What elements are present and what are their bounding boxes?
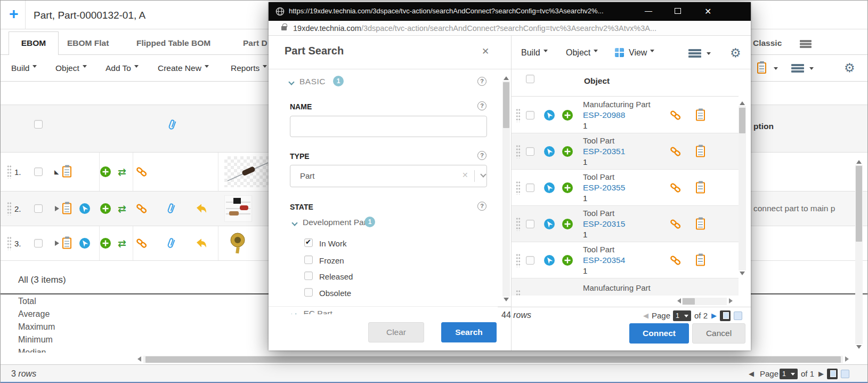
- page-mode-full-icon[interactable]: [827, 369, 838, 379]
- add-icon[interactable]: [562, 219, 573, 229]
- tab-flipped-table-bom[interactable]: Flipped Table BOM: [136, 38, 210, 48]
- results-hscroll-right-arrow[interactable]: [729, 298, 735, 304]
- menu-icon[interactable]: [800, 40, 812, 42]
- menu-icon[interactable]: [791, 64, 804, 66]
- vscroll-up-arrow[interactable]: [856, 157, 862, 164]
- close-button[interactable]: ✕: [704, 6, 711, 17]
- classic-link[interactable]: Classic: [753, 38, 782, 48]
- checkbox-frozen[interactable]: [304, 256, 313, 264]
- navigate-icon[interactable]: [544, 182, 555, 193]
- name-input[interactable]: [290, 116, 487, 137]
- form-scroll-track[interactable]: [502, 81, 510, 297]
- results-scroll-thumb[interactable]: [739, 108, 745, 133]
- drag-handle[interactable]: [516, 290, 521, 296]
- drag-handle[interactable]: [7, 236, 12, 250]
- hscroll-right-arrow[interactable]: [845, 356, 851, 362]
- form-scroll-thumb[interactable]: [503, 82, 509, 128]
- add-icon[interactable]: [100, 203, 111, 214]
- menu-reports[interactable]: Reports: [231, 63, 267, 73]
- results-page-select[interactable]: 1: [673, 310, 691, 321]
- row-checkbox[interactable]: [526, 220, 534, 228]
- menu-build[interactable]: Build: [11, 63, 37, 73]
- chevron-down-icon[interactable]: [291, 220, 297, 226]
- chevron-down-icon[interactable]: [288, 79, 294, 85]
- result-row[interactable]: Tool Part ESP-20351 1: [512, 133, 739, 170]
- vscroll-thumb[interactable]: [856, 166, 862, 242]
- undo-icon[interactable]: [196, 238, 207, 249]
- replace-icon[interactable]: ⇄: [118, 167, 126, 177]
- row-checkbox[interactable]: [34, 239, 43, 248]
- replace-icon[interactable]: ⇄: [118, 204, 126, 214]
- link-icon[interactable]: [136, 203, 148, 214]
- view-grid-icon[interactable]: [615, 48, 624, 57]
- drag-handle[interactable]: [516, 181, 521, 195]
- chevron-down-icon[interactable]: [480, 171, 486, 177]
- collapse-icon[interactable]: ◣: [54, 169, 59, 175]
- link-icon[interactable]: [670, 146, 682, 157]
- basic-section-label[interactable]: BASIC: [299, 77, 326, 86]
- search-button[interactable]: Search: [441, 322, 497, 342]
- clipboard-icon[interactable]: [62, 203, 71, 214]
- form-scroll-down-arrow[interactable]: [504, 298, 509, 304]
- link-icon[interactable]: [670, 255, 682, 266]
- clipboard-icon[interactable]: [696, 146, 705, 157]
- link-icon[interactable]: [136, 166, 148, 177]
- row-checkbox[interactable]: [34, 204, 43, 213]
- results-menu-build[interactable]: Build: [521, 48, 548, 58]
- chevron-down-icon[interactable]: [809, 67, 814, 72]
- checkbox-in-work[interactable]: [304, 238, 313, 247]
- add-icon[interactable]: [562, 146, 573, 157]
- add-icon[interactable]: [562, 255, 573, 266]
- navigate-icon[interactable]: [79, 238, 90, 249]
- results-scroll-up-arrow[interactable]: [740, 99, 745, 105]
- row-checkbox[interactable]: [34, 167, 43, 176]
- result-name-link[interactable]: ESP-20354: [583, 255, 671, 266]
- thumbnail-components[interactable]: [224, 195, 252, 222]
- link-icon[interactable]: [136, 238, 148, 249]
- paperclip-icon[interactable]: [167, 202, 175, 215]
- vscroll-down-arrow[interactable]: [856, 345, 862, 352]
- results-menu-object[interactable]: Object: [566, 48, 598, 58]
- results-scroll-down-arrow[interactable]: [740, 272, 745, 278]
- close-icon[interactable]: ✕: [482, 46, 489, 57]
- connect-button[interactable]: Connect: [629, 323, 689, 344]
- link-icon[interactable]: [670, 219, 682, 229]
- drag-handle[interactable]: [7, 165, 12, 179]
- results-menu-view[interactable]: View: [629, 48, 654, 58]
- result-row[interactable]: Manufacturing Part ESP-20988 1: [512, 97, 739, 133]
- result-row[interactable]: Tool Part ESP-20354 1: [512, 242, 739, 278]
- help-icon[interactable]: ?: [477, 202, 486, 211]
- menu-icon[interactable]: [688, 49, 701, 51]
- result-row[interactable]: Tool Part ESP-20355 1: [512, 170, 739, 206]
- checkbox-released[interactable]: [304, 272, 313, 280]
- result-name-link[interactable]: ESP-20351: [583, 146, 671, 157]
- row-checkbox[interactable]: [526, 256, 534, 265]
- results-select-all-checkbox[interactable]: [526, 75, 534, 83]
- clipboard-icon[interactable]: [696, 218, 705, 229]
- drag-handle[interactable]: [516, 253, 521, 267]
- result-name-link[interactable]: ESP-20988: [583, 110, 671, 121]
- results-scroll-track[interactable]: [739, 106, 746, 270]
- page-mode-full-icon[interactable]: [720, 310, 731, 321]
- clear-value-icon[interactable]: ✕: [462, 171, 468, 179]
- chevron-down-icon[interactable]: [707, 52, 711, 57]
- drag-handle[interactable]: [516, 145, 521, 158]
- maximize-button[interactable]: [675, 8, 681, 14]
- minimize-button[interactable]: —: [645, 6, 652, 15]
- menu-create-new[interactable]: Create New: [158, 63, 209, 73]
- thumbnail-resistor[interactable]: [224, 156, 271, 187]
- expand-icon[interactable]: [55, 206, 59, 211]
- results-hscroll-left-arrow[interactable]: [675, 298, 681, 304]
- results-page-next-arrow[interactable]: ▶: [711, 312, 717, 320]
- popup-titlebar[interactable]: https://19xdev.technia.com/3dspace/tvc-a…: [269, 2, 751, 21]
- hscroll-thumb[interactable]: [145, 356, 841, 363]
- clipboard-icon[interactable]: [62, 238, 71, 249]
- vscroll-track[interactable]: [855, 165, 863, 344]
- results-page-prev-arrow[interactable]: ◀: [643, 312, 648, 320]
- result-row[interactable]: Tool Part ESP-20315 1: [512, 206, 739, 242]
- add-icon[interactable]: [562, 110, 573, 121]
- page-mode-compact-icon[interactable]: [734, 312, 742, 320]
- clear-button[interactable]: Clear: [368, 322, 424, 342]
- undo-icon[interactable]: [196, 204, 207, 214]
- navigate-icon[interactable]: [544, 255, 555, 266]
